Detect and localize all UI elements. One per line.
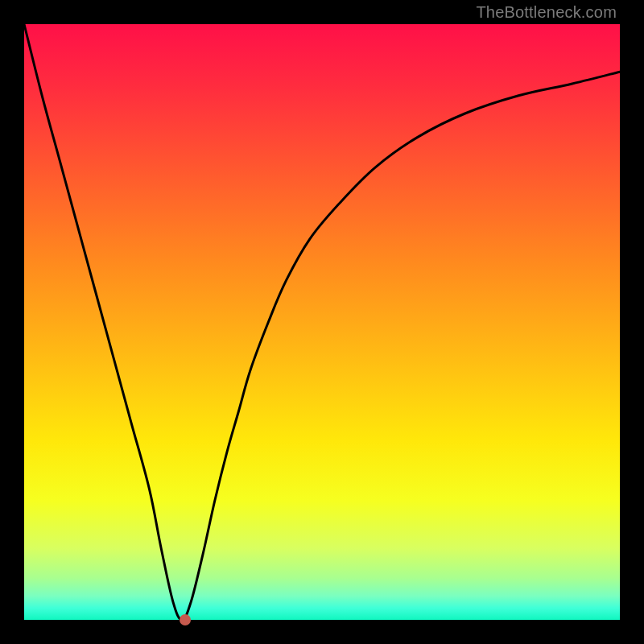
bottleneck-curve [24, 24, 620, 620]
optimal-point-marker [180, 614, 191, 625]
chart-frame: TheBottleneck.com [0, 0, 644, 644]
plot-area [24, 24, 620, 620]
watermark-text: TheBottleneck.com [476, 3, 617, 22]
